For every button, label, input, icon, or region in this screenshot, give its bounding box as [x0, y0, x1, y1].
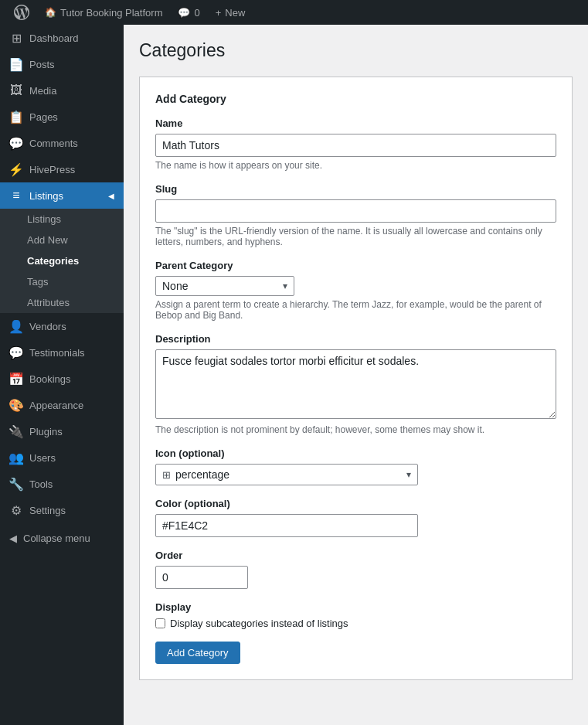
description-label: Description: [155, 333, 556, 345]
order-input[interactable]: [155, 566, 248, 589]
color-label: Color (optional): [155, 498, 556, 509]
posts-icon: 📄: [9, 57, 23, 71]
sidebar-item-plugins[interactable]: 🔌 Plugins: [0, 418, 124, 444]
comments-nav-icon: 💬: [9, 136, 23, 150]
order-label: Order: [155, 550, 556, 561]
name-group: Name The name is how it appears on your …: [155, 117, 556, 171]
sidebar-sub-add-new[interactable]: Add New: [0, 230, 124, 250]
name-hint: The name is how it appears on your site.: [155, 160, 556, 171]
listings-submenu: Listings Add New Categories Tags Attribu…: [0, 209, 124, 313]
sidebar-item-bookings[interactable]: 📅 Bookings: [0, 366, 124, 392]
section-title: Add Category: [155, 93, 556, 105]
listings-icon: ≡: [9, 189, 23, 203]
description-group: Description Fusce feugiat sodales tortor…: [155, 333, 556, 435]
parent-select-arrow-icon: ▾: [283, 281, 287, 291]
plugins-icon: 🔌: [9, 424, 23, 438]
sidebar-sub-listings[interactable]: Listings: [0, 209, 124, 230]
slug-label: Slug: [155, 183, 556, 195]
bookings-icon: 📅: [9, 372, 23, 386]
sidebar-item-dashboard[interactable]: ⊞ Dashboard: [0, 25, 124, 51]
collapse-icon: ◀: [9, 533, 17, 544]
icon-select[interactable]: ⊞ percentage ▾: [155, 464, 418, 485]
name-label: Name: [155, 117, 556, 129]
description-textarea[interactable]: Fusce feugiat sodales tortor morbi effic…: [155, 349, 556, 419]
sidebar-item-pages[interactable]: 📋 Pages: [0, 104, 124, 130]
icon-label: Icon (optional): [155, 448, 556, 459]
parent-category-label: Parent Category: [155, 260, 556, 271]
wp-logo[interactable]: [6, 0, 37, 25]
display-checkbox-text: Display subcategories instead of listing…: [170, 618, 348, 629]
sidebar-item-settings[interactable]: ⚙ Settings: [0, 497, 124, 523]
color-input[interactable]: [155, 514, 418, 537]
sidebar-item-hivepress[interactable]: ⚡ HivePress: [0, 156, 124, 182]
sidebar-item-posts[interactable]: 📄 Posts: [0, 51, 124, 77]
name-input[interactable]: [155, 134, 556, 157]
color-group: Color (optional): [155, 498, 556, 537]
sidebar-item-listings[interactable]: ≡ Listings ◀: [0, 182, 124, 209]
add-category-button[interactable]: Add Category: [155, 642, 240, 664]
slug-input[interactable]: [155, 199, 556, 223]
display-checkbox-label[interactable]: Display subcategories instead of listing…: [155, 618, 556, 629]
site-name[interactable]: 🏠 Tutor Booking Platform: [37, 0, 170, 25]
sidebar-item-media[interactable]: 🖼 Media: [0, 77, 124, 104]
appearance-icon: 🎨: [9, 398, 23, 412]
description-hint: The description is not prominent by defa…: [155, 424, 556, 435]
tools-icon: 🔧: [9, 477, 23, 491]
sidebar-sub-attributes[interactable]: Attributes: [0, 292, 124, 313]
hivepress-icon: ⚡: [9, 162, 23, 176]
media-icon: 🖼: [9, 83, 23, 97]
order-group: Order: [155, 550, 556, 589]
slug-group: Slug The "slug" is the URL-friendly vers…: [155, 183, 556, 247]
sidebar-item-comments[interactable]: 💬 Comments: [0, 130, 124, 156]
sidebar-item-vendors[interactable]: 👤 Vendors: [0, 313, 124, 339]
listings-arrow-icon: ◀: [108, 192, 114, 200]
main-content: Categories Add Category Name The name is…: [124, 25, 588, 725]
parent-category-select[interactable]: None ▾: [155, 276, 294, 296]
testimonials-icon: 💬: [9, 345, 23, 359]
pages-icon: 📋: [9, 110, 23, 124]
sidebar-item-tools[interactable]: 🔧 Tools: [0, 471, 124, 497]
parent-hint: Assign a parent term to create a hierarc…: [155, 299, 556, 321]
settings-icon: ⚙: [9, 503, 23, 517]
display-checkbox[interactable]: [155, 618, 165, 628]
sidebar-item-users[interactable]: 👥 Users: [0, 444, 124, 471]
icon-select-icon: ⊞: [162, 469, 171, 481]
sidebar-sub-categories[interactable]: Categories: [0, 250, 124, 271]
sidebar-sub-tags[interactable]: Tags: [0, 271, 124, 292]
new-content[interactable]: + New: [208, 0, 253, 25]
add-category-form: Add Category Name The name is how it app…: [139, 77, 573, 680]
vendors-icon: 👤: [9, 319, 23, 333]
sidebar-item-appearance[interactable]: 🎨 Appearance: [0, 392, 124, 418]
icon-select-value: percentage: [175, 468, 406, 481]
sidebar-item-testimonials[interactable]: 💬 Testimonials: [0, 339, 124, 366]
page-title: Categories: [139, 40, 573, 61]
dashboard-icon: ⊞: [9, 31, 23, 45]
users-icon: 👥: [9, 451, 23, 465]
icon-select-arrow-icon: ▾: [406, 469, 411, 480]
comments-icon[interactable]: 💬 0: [170, 0, 207, 25]
icon-group: Icon (optional) ⊞ percentage ▾: [155, 448, 556, 485]
admin-bar: 🏠 Tutor Booking Platform 💬 0 + New: [0, 0, 588, 25]
display-group: Display Display subcategories instead of…: [155, 601, 556, 629]
parent-select-value: None: [162, 280, 283, 292]
collapse-menu[interactable]: ◀ Collapse menu: [0, 526, 124, 550]
slug-hint: The "slug" is the URL-friendly version o…: [155, 226, 556, 247]
sidebar: ⊞ Dashboard 📄 Posts 🖼 Media 📋 Pages 💬 Co…: [0, 25, 124, 725]
parent-category-group: Parent Category None ▾ Assign a parent t…: [155, 260, 556, 321]
display-label: Display: [155, 601, 556, 613]
